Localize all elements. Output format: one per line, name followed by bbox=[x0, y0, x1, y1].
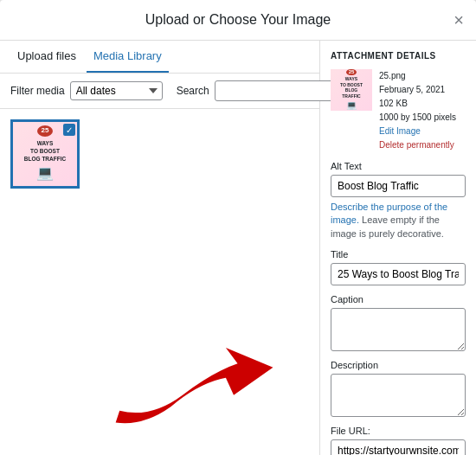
left-panel: Upload files Media Library Filter media … bbox=[0, 41, 320, 455]
modal-header: Upload or Choose Your Image × bbox=[0, 0, 476, 41]
file-url-label: File URL: bbox=[331, 426, 466, 436]
describe-link-note: Describe the purpose of the image. Leave… bbox=[331, 201, 466, 240]
modal: Upload or Choose Your Image × Upload fil… bbox=[0, 0, 476, 455]
attachment-info: 25 WAYSTO BOOSTBLOGTRAFFIC 💻 25.png Febr… bbox=[331, 69, 466, 152]
title-input[interactable] bbox=[331, 263, 466, 285]
modal-body: Upload files Media Library Filter media … bbox=[0, 41, 476, 455]
alt-text-group: Alt Text Describe the purpose of the ima… bbox=[331, 161, 466, 240]
description-input[interactable] bbox=[331, 374, 466, 417]
caption-group: Caption bbox=[331, 294, 466, 351]
attachment-meta: 25.png February 5, 2021 102 KB 1000 by 1… bbox=[379, 69, 456, 152]
attachment-thumb: 25 WAYSTO BOOSTBLOGTRAFFIC 💻 bbox=[331, 69, 372, 111]
filter-area: Filter media All dates January 2021 Febr… bbox=[10, 81, 163, 100]
file-url-input[interactable] bbox=[331, 439, 466, 455]
search-label: Search bbox=[177, 85, 209, 97]
alt-text-input[interactable] bbox=[331, 175, 466, 197]
edit-image-link[interactable]: Edit Image bbox=[379, 125, 456, 138]
caption-label: Caption bbox=[331, 294, 466, 304]
title-label: Title bbox=[331, 249, 466, 260]
tab-upload-files[interactable]: Upload files bbox=[10, 41, 83, 73]
description-label: Description bbox=[331, 360, 466, 370]
tabs: Upload files Media Library bbox=[0, 41, 319, 74]
filter-label: Filter media bbox=[10, 85, 65, 97]
filter-search-bar: Filter media All dates January 2021 Febr… bbox=[0, 74, 319, 109]
alt-text-label: Alt Text bbox=[331, 161, 466, 171]
right-panel: ATTACHMENT DETAILS 25 WAYSTO BOOSTBLOGTR… bbox=[320, 41, 476, 455]
thumb-laptop-icon: 💻 bbox=[346, 99, 357, 111]
directional-arrow bbox=[104, 331, 277, 435]
caption-input[interactable] bbox=[331, 308, 466, 351]
close-button[interactable]: × bbox=[453, 11, 464, 29]
attachment-size: 102 KB bbox=[379, 99, 408, 108]
file-url-group: File URL: bbox=[331, 426, 466, 455]
media-item[interactable]: 25 WAYS TO BOOST BLOG TRAFFIC 💻 ✓ bbox=[10, 119, 80, 189]
title-group: Title bbox=[331, 249, 466, 285]
arrow-container bbox=[104, 331, 277, 438]
selected-check-icon: ✓ bbox=[63, 124, 75, 136]
attachment-thumb-num: 25 bbox=[346, 69, 357, 76]
attachment-filename: 25.png bbox=[379, 71, 406, 80]
tab-media-library[interactable]: Media Library bbox=[87, 41, 169, 73]
laptop-icon: 💻 bbox=[36, 164, 54, 183]
attachment-date: February 5, 2021 bbox=[379, 85, 445, 94]
modal-title: Upload or Choose Your Image bbox=[145, 12, 331, 28]
attachment-section-title: ATTACHMENT DETAILS bbox=[331, 51, 466, 61]
media-item-text: WAYS TO BOOST BLOG TRAFFIC bbox=[24, 139, 66, 163]
media-item-number: 25 bbox=[37, 125, 53, 137]
filter-select[interactable]: All dates January 2021 February 2021 bbox=[70, 81, 163, 100]
attachment-dimensions: 1000 by 1500 pixels bbox=[379, 112, 456, 122]
description-group: Description bbox=[331, 360, 466, 417]
delete-image-link[interactable]: Delete permanently bbox=[379, 138, 456, 152]
media-grid: 25 WAYS TO BOOST BLOG TRAFFIC 💻 ✓ bbox=[0, 109, 319, 455]
